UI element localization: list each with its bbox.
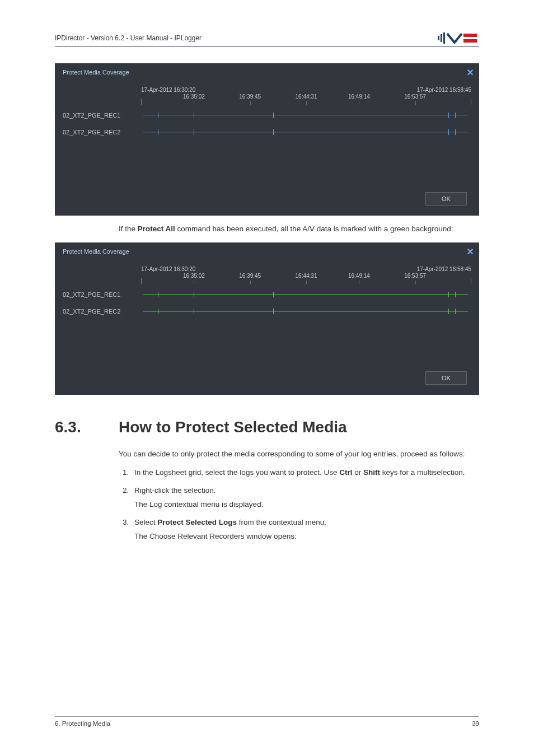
time-ruler: 17-Apr-2012 16:30:20 16:35:02 16:39:45 1… xyxy=(141,266,471,286)
track-label: 02_XT2_PGE_REC1 xyxy=(63,112,141,119)
protect-media-panel-unprotected: Protect Media Coverage × 17-Apr-2012 16:… xyxy=(55,63,479,216)
list-item: In the Logsheet grid, select the logs yo… xyxy=(131,467,479,478)
protect-media-panel-protected: Protect Media Coverage × 17-Apr-2012 16:… xyxy=(55,242,479,395)
track-label: 02_XT2_PGE_REC2 xyxy=(63,308,141,315)
track-row: 02_XT2_PGE_REC2 xyxy=(63,124,471,141)
steps-list: In the Logsheet grid, select the logs yo… xyxy=(119,467,479,542)
page-footer: 6. Protecting Media 39 xyxy=(55,716,479,727)
track-bar[interactable] xyxy=(143,311,468,312)
time-start: 17-Apr-2012 16:30:20 xyxy=(141,87,195,94)
svg-rect-4 xyxy=(463,39,477,43)
section-intro: You can decide to only protect the media… xyxy=(119,449,479,460)
time-start: 17-Apr-2012 16:30:20 xyxy=(141,266,195,273)
ok-button[interactable]: OK xyxy=(425,371,467,385)
step-text: In the Logsheet grid, select the logs yo… xyxy=(134,468,465,477)
step-text: Select Protect Selected Logs from the co… xyxy=(134,518,326,526)
between-text: If the Protect All command has been exec… xyxy=(119,223,479,235)
panel-title: Protect Media Coverage xyxy=(63,248,129,255)
evs-logo xyxy=(438,32,479,44)
close-icon[interactable]: × xyxy=(467,67,474,78)
footer-right: 39 xyxy=(472,720,479,727)
track-bar[interactable] xyxy=(143,294,468,295)
track-row: 02_XT2_PGE_REC2 xyxy=(63,303,471,320)
svg-rect-3 xyxy=(463,34,477,37)
time-tick: 16:53:57 xyxy=(404,273,426,279)
time-tick: 16:35:02 xyxy=(183,273,205,279)
close-icon[interactable]: × xyxy=(467,246,474,257)
track-row: 02_XT2_PGE_REC1 xyxy=(63,286,471,303)
time-tick: 16:39:45 xyxy=(239,273,261,279)
page-header: IPDirector - Version 6.2 - User Manual -… xyxy=(55,32,479,46)
track-bar[interactable] xyxy=(143,132,468,133)
track-label: 02_XT2_PGE_REC1 xyxy=(63,291,141,298)
svg-rect-1 xyxy=(441,34,442,42)
section-number: 6.3. xyxy=(55,418,96,436)
time-tick: 16:44:31 xyxy=(296,94,317,100)
time-end: 17-Apr-2012 16:58:45 xyxy=(417,266,471,273)
time-tick: 16:53:57 xyxy=(404,94,426,100)
time-tick: 16:49:14 xyxy=(348,94,370,100)
time-end: 17-Apr-2012 16:58:45 xyxy=(417,87,471,94)
step-text: Right-click the selection. xyxy=(134,486,216,494)
time-tick: 16:39:45 xyxy=(239,94,261,100)
list-item: Right-click the selection. The Log conte… xyxy=(131,485,479,510)
list-item: Select Protect Selected Logs from the co… xyxy=(131,517,479,542)
svg-rect-2 xyxy=(443,32,445,44)
time-ruler: 17-Apr-2012 16:30:20 16:35:02 16:39:45 1… xyxy=(141,87,471,107)
svg-rect-0 xyxy=(438,36,439,40)
time-tick: 16:44:31 xyxy=(296,273,317,279)
footer-left: 6. Protecting Media xyxy=(55,720,110,727)
panel-title: Protect Media Coverage xyxy=(63,69,129,76)
track-bar[interactable] xyxy=(143,115,468,116)
step-subtext: The Choose Relevant Recorders window ope… xyxy=(134,531,479,542)
header-text: IPDirector - Version 6.2 - User Manual -… xyxy=(55,34,202,42)
time-tick: 16:35:02 xyxy=(183,94,205,100)
track-label: 02_XT2_PGE_REC2 xyxy=(63,129,141,136)
ok-button[interactable]: OK xyxy=(425,192,467,206)
step-subtext: The Log contextual menu is displayed. xyxy=(134,499,479,510)
section-title: How to Protect Selected Media xyxy=(119,418,347,436)
track-row: 02_XT2_PGE_REC1 xyxy=(63,107,471,124)
section-heading: 6.3. How to Protect Selected Media xyxy=(55,418,479,436)
time-tick: 16:49:14 xyxy=(348,273,370,279)
